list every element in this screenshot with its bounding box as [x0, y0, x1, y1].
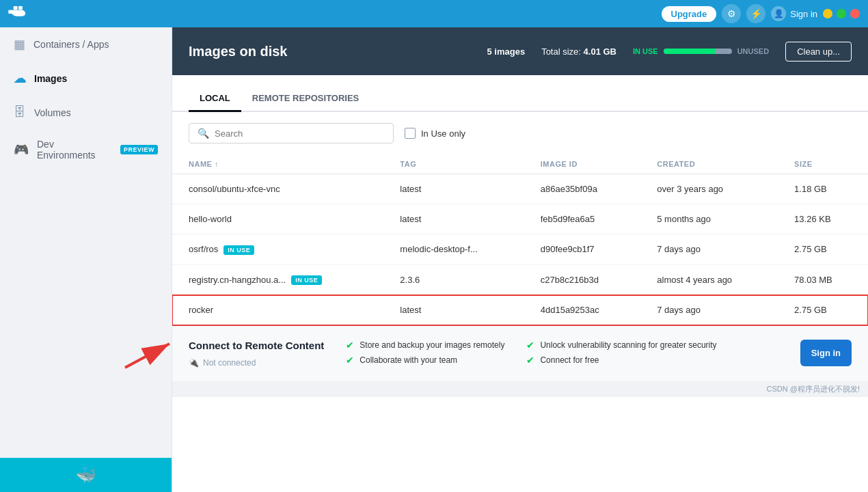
check-icon: ✔ [526, 340, 534, 351]
cell-name: registry.cn-hangzhou.a...IN USE [172, 264, 383, 295]
cell-created: almost 4 years ago [640, 264, 778, 295]
connect-title: Connect to Remote Content [189, 340, 324, 351]
col-image-id: IMAGE ID [524, 154, 641, 174]
sidebar-item-volumes[interactable]: 🗄 Volumes [0, 96, 172, 129]
in-use-label: IN USE [633, 47, 658, 55]
signin-link[interactable]: 👤 Sign in [771, 6, 817, 21]
table-row[interactable]: consol/ubuntu-xfce-vnclatesta86ae35bf09a… [172, 174, 868, 204]
sidebar-item-label: Volumes [34, 107, 71, 118]
sidebar-bottom: 🐳 [0, 458, 172, 492]
sidebar-item-label: Dev Environments [37, 139, 112, 161]
page-title: Images on disk [189, 44, 288, 59]
cell-size: 2.75 GB [778, 234, 868, 265]
in-use-checkbox[interactable] [405, 128, 416, 139]
cell-name: osrf/rosIN USE [172, 234, 383, 265]
table-row[interactable]: hello-worldlatestfeb5d9fea6a55 months ag… [172, 204, 868, 234]
cell-name: consol/ubuntu-xfce-vnc [172, 174, 383, 204]
table-body: consol/ubuntu-xfce-vnclatesta86ae35bf09a… [172, 174, 868, 325]
cell-size: 13.26 KB [778, 204, 868, 234]
cell-image-id: feb5d9fea6a5 [524, 204, 641, 234]
sidebar-item-images[interactable]: ☁ Images [0, 62, 172, 96]
cell-tag: 2.3.6 [383, 264, 524, 295]
svg-rect-4 [18, 6, 23, 10]
feature-item-1: ✔ Store and backup your images remotely [346, 340, 504, 351]
cell-image-id: a86ae35bf09a [524, 174, 641, 204]
dev-environments-icon: 🎮 [14, 142, 29, 157]
col-tag: TAG [383, 154, 524, 174]
docker-whale-icon: 🐳 [76, 465, 96, 484]
col-created: CREATED [640, 154, 778, 174]
containers-icon: ▦ [14, 37, 25, 52]
feature-list-2: ✔ Unlock vulnerability scanning for grea… [526, 340, 716, 366]
col-size: SIZE [778, 154, 868, 174]
cell-size: 1.18 GB [778, 174, 868, 204]
upgrade-button[interactable]: Upgrade [662, 6, 717, 22]
content-area: Images on disk 5 images Total size: 4.01… [172, 27, 868, 492]
cell-tag: latest [383, 174, 524, 204]
images-table: NAME ↑ TAG IMAGE ID CREATED SIZE consol/… [172, 154, 868, 325]
in-use-filter[interactable]: In Use only [405, 128, 465, 139]
signin-label: Sign in [790, 9, 817, 19]
minimize-button[interactable]: — [823, 9, 832, 18]
sidebar: ▦ Containers / Apps ☁ Images 🗄 Volumes 🎮… [0, 27, 172, 492]
sidebar-item-dev-environments[interactable]: 🎮 Dev Environments PREVIEW [0, 129, 172, 170]
content-header: Images on disk 5 images Total size: 4.01… [172, 27, 868, 75]
signin-button[interactable]: Sign in [800, 340, 852, 366]
cell-size: 78.03 MB [778, 264, 868, 295]
cell-size: 2.75 GB [778, 295, 868, 325]
titlebar-left [8, 6, 29, 21]
search-input[interactable] [215, 128, 385, 139]
cell-name: rocker [172, 295, 383, 325]
feature-item-3: ✔ Unlock vulnerability scanning for grea… [526, 340, 716, 351]
check-icon: ✔ [526, 355, 534, 366]
in-use-badge: IN USE [223, 245, 254, 255]
feature-list: ✔ Store and backup your images remotely … [346, 340, 504, 366]
cleanup-button[interactable]: Clean up... [785, 42, 852, 62]
bottom-section: Connect to Remote Content 🔌 Not connecte… [172, 325, 868, 381]
sidebar-item-label: Images [34, 73, 67, 84]
usage-bar-track [664, 49, 732, 54]
tab-local[interactable]: LOCAL [189, 86, 241, 112]
cell-created: 7 days ago [640, 295, 778, 325]
unused-label: UNUSED [737, 47, 769, 55]
cell-image-id: 4dd15a9253ac [524, 295, 641, 325]
feature-item-4: ✔ Connect for free [526, 355, 716, 366]
cell-image-id: d90fee9cb1f7 [524, 234, 641, 265]
cell-name: hello-world [172, 204, 383, 234]
check-icon: ✔ [346, 355, 354, 366]
maximize-button[interactable]: □ [837, 9, 846, 18]
settings-icon[interactable]: ⚙ [722, 4, 741, 23]
table-row[interactable]: registry.cn-hangzhou.a...IN USE2.3.6c27b… [172, 264, 868, 295]
cell-created: 5 months ago [640, 204, 778, 234]
watermark: CSDN @程序员进化不脱发! [172, 381, 868, 397]
check-icon: ✔ [346, 340, 354, 351]
plug-icon: 🔌 [189, 358, 199, 368]
table-row[interactable]: rockerlatest4dd15a9253ac7 days ago2.75 G… [172, 295, 868, 325]
volumes-icon: 🗄 [14, 105, 26, 120]
table-row[interactable]: osrf/rosIN USEmelodic-desktop-f...d90fee… [172, 234, 868, 265]
titlebar-right: Upgrade ⚙ ⚡ 👤 Sign in — □ ✕ [662, 4, 860, 23]
svg-rect-3 [14, 6, 18, 10]
docker-logo-icon [8, 6, 29, 21]
cell-tag: melodic-desktop-f... [383, 234, 524, 265]
content-body: LOCAL REMOTE REPOSITORIES 🔍 In Use only [172, 75, 868, 492]
filters-bar: 🔍 In Use only [172, 112, 868, 154]
search-icon: 🔍 [198, 128, 209, 139]
cell-created: 7 days ago [640, 234, 778, 265]
sidebar-item-label: Containers / Apps [33, 39, 109, 50]
cell-tag: latest [383, 204, 524, 234]
in-use-label: In Use only [421, 128, 465, 139]
lightning-icon[interactable]: ⚡ [746, 4, 765, 23]
in-use-badge: IN USE [291, 275, 322, 285]
usage-bar-fill [664, 49, 715, 54]
tab-remote[interactable]: REMOTE REPOSITORIES [241, 86, 370, 112]
close-button[interactable]: ✕ [850, 9, 860, 18]
images-icon: ☁ [14, 71, 26, 86]
cell-created: over 3 years ago [640, 174, 778, 204]
connect-status: 🔌 Not connected [189, 358, 324, 368]
feature-item-2: ✔ Collaborate with your team [346, 355, 504, 366]
col-name[interactable]: NAME ↑ [172, 154, 383, 174]
sidebar-item-containers-apps[interactable]: ▦ Containers / Apps [0, 27, 172, 62]
search-box[interactable]: 🔍 [189, 123, 394, 144]
cell-image-id: c27b8c216b3d [524, 264, 641, 295]
